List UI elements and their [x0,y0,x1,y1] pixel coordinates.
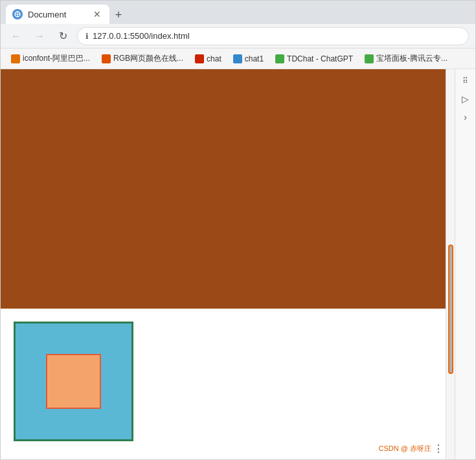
bookmark-label: TDChat - ChatGPT [287,54,353,63]
security-icon: ℹ [85,32,89,41]
inner-box [46,354,101,409]
title-bar: Document ✕ + [1,1,475,24]
bookmark-favicon [233,54,242,63]
bookmarks-bar: iconfont-阿里巴巴... RGB网页颜色在线... chat chat1… [1,49,475,69]
browser-window: Document ✕ + ← → ↻ ℹ 127.0.0.1:5500/inde… [0,0,476,460]
bookmark-favicon [195,54,204,63]
forward-button[interactable]: → [30,27,49,45]
brown-section [1,69,446,309]
tab-favicon [12,9,23,19]
bookmark-baota[interactable]: 宝塔面板-腾讯云专... [359,51,453,66]
sidebar-panel-icon[interactable]: ▷ [458,91,473,107]
bookmark-rgb[interactable]: RGB网页颜色在线... [96,51,188,66]
bookmark-favicon [102,54,111,63]
white-section [1,309,446,459]
bookmark-iconfont[interactable]: iconfont-阿里巴巴... [6,51,95,66]
bookmark-favicon [365,54,374,63]
scrollbar-thumb[interactable] [448,245,453,374]
bookmark-chat[interactable]: chat [190,52,227,65]
browser-sidebar: ⠿ ▷ › [455,69,475,459]
bookmark-tdchat[interactable]: TDChat - ChatGPT [270,52,358,65]
tab-area: Document ✕ + [6,1,470,24]
bookmark-favicon [275,54,284,63]
address-bar: ← → ↻ ℹ 127.0.0.1:5500/index.html [1,24,475,49]
back-button[interactable]: ← [7,27,25,45]
new-tab-button[interactable]: + [109,6,128,24]
scrollbar-track [446,69,455,459]
active-tab[interactable]: Document ✕ [6,5,109,24]
bookmark-label: iconfont-阿里巴巴... [23,53,90,64]
url-text: 127.0.0.1:5500/index.html [93,31,190,41]
scrollbar[interactable] [446,69,455,459]
page-content: ⠿ ▷ › [1,69,475,459]
tab-title: Document [28,10,66,19]
bookmark-favicon [11,54,20,63]
outer-box [14,322,133,441]
sidebar-chevron-icon[interactable]: › [458,109,473,125]
bookmark-label: chat [207,54,221,63]
tab-close-button[interactable]: ✕ [91,8,103,20]
reload-button[interactable]: ↻ [54,27,72,45]
bookmark-label: RGB网页颜色在线... [113,53,183,64]
url-input[interactable]: ℹ 127.0.0.1:5500/index.html [77,27,469,45]
sidebar-grid-icon[interactable]: ⠿ [458,73,473,89]
bookmark-chat1[interactable]: chat1 [228,52,269,65]
bookmark-label: 宝塔面板-腾讯云专... [376,53,448,64]
page-viewport [1,69,446,459]
bookmark-label: chat1 [245,54,264,63]
